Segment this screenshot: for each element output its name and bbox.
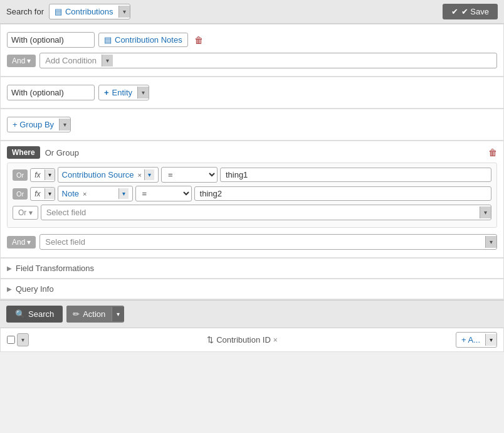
or-group-label: Or Group xyxy=(45,148,79,158)
search-icon: 🔍 xyxy=(15,309,25,319)
and-arrow-1: ▾ xyxy=(27,56,31,65)
select-all-checkbox[interactable] xyxy=(7,336,15,344)
fx-label-2: fx xyxy=(31,188,44,200)
action-dropdown-arrow[interactable]: ▾ xyxy=(112,307,124,321)
delete-contribution-notes-button[interactable]: 🗑 xyxy=(192,34,206,46)
query-info-label: Query Info xyxy=(16,284,54,294)
with-optional-select-1[interactable]: With (optional) xyxy=(7,32,95,48)
or-group-box: Or fx ▾ Contribution Source × ▾ =!=>< Or… xyxy=(7,163,497,228)
search-for-label: Search for xyxy=(6,7,44,16)
delete-or-group-button[interactable]: 🗑 xyxy=(488,147,497,158)
checkbox-dropdown-btn[interactable]: ▾ xyxy=(17,333,29,346)
select-field-arrow[interactable]: ▾ xyxy=(485,236,496,248)
contributions-select-wrapper[interactable]: ▤ Contributions ▾ xyxy=(49,4,130,19)
operator-select-1[interactable]: =!=>< xyxy=(161,167,218,183)
fx-wrapper-2[interactable]: fx ▾ xyxy=(30,187,55,201)
contributions-dropdown-btn[interactable]: ▾ xyxy=(118,6,130,18)
field-chip-1[interactable]: Contribution Source × ▾ xyxy=(58,167,159,183)
condition-row-2: Or fx ▾ Note × ▾ =!=>< xyxy=(13,186,491,201)
close-contribution-id-button[interactable]: × xyxy=(273,336,278,345)
action-icon: ✏ xyxy=(73,309,80,319)
entity-row: With (optional) + Entity ▾ xyxy=(7,82,497,103)
group-by-arrow[interactable]: ▾ xyxy=(59,119,70,131)
entity-select-main: + Entity xyxy=(99,85,137,100)
action-label: Action xyxy=(83,309,105,319)
close-field-1[interactable]: × xyxy=(137,171,141,179)
add-column-label[interactable]: + A... xyxy=(456,333,485,347)
contribution-notes-row: With (optional) ▤ Contribution Notes 🗑 xyxy=(7,29,497,50)
select-field-label-inner: Select field xyxy=(41,205,480,220)
save-button[interactable]: ✔ ✔ Save xyxy=(443,4,498,19)
select-field-label: Select field xyxy=(40,235,485,249)
contribution-notes-label: Contribution Notes xyxy=(115,35,182,45)
section-contribution-notes: With (optional) ▤ Contribution Notes 🗑 A… xyxy=(0,24,504,77)
checkbox-wrapper: ▾ xyxy=(7,333,29,346)
query-info-section: ▶ Query Info xyxy=(0,279,504,299)
results-bar: ▾ ⇅ Contribution ID × + A... ▾ xyxy=(0,328,504,352)
and-select-row: And ▾ Select field ▾ xyxy=(7,232,497,252)
entity-label: Entity xyxy=(112,88,133,97)
field-label-2: Note xyxy=(62,189,79,198)
fx-label-1: fx xyxy=(31,169,44,181)
with-optional-select-2[interactable]: With (optional) xyxy=(7,85,95,100)
and-button-1[interactable]: And ▾ xyxy=(7,55,36,67)
contribution-notes-chip: ▤ Contribution Notes xyxy=(98,33,188,47)
fx-arrow-2[interactable]: ▾ xyxy=(45,188,55,199)
close-field-2[interactable]: × xyxy=(83,190,87,198)
new-condition-row: Or ▾ Select field ▾ xyxy=(13,205,491,220)
select-field-arrow-inner[interactable]: ▾ xyxy=(480,206,491,218)
entity-plus-icon: + xyxy=(104,88,109,97)
search-button[interactable]: 🔍 Search xyxy=(6,306,63,323)
sort-arrows[interactable]: ⇅ xyxy=(207,335,214,345)
contributions-select-main: ▤ Contributions xyxy=(50,4,118,19)
entity-select-wrapper[interactable]: + Entity ▾ xyxy=(98,85,149,100)
save-checkmark: ✔ xyxy=(451,7,458,16)
where-header: Where Or Group 🗑 xyxy=(7,146,497,159)
add-column-arrow[interactable]: ▾ xyxy=(485,334,496,346)
entity-dropdown-btn[interactable]: ▾ xyxy=(137,87,149,99)
add-column-wrapper: + A... ▾ xyxy=(456,332,497,348)
or-badge-2[interactable]: Or xyxy=(13,188,28,200)
contribution-id-col: ⇅ Contribution ID × xyxy=(33,335,452,345)
contribution-notes-icon: ▤ xyxy=(104,35,112,45)
field-transformations-triangle: ▶ xyxy=(7,265,12,272)
fx-wrapper-1[interactable]: fx ▾ xyxy=(30,168,55,182)
condition-row-1: Or fx ▾ Contribution Source × ▾ =!=>< xyxy=(13,167,491,183)
expand-field-2[interactable]: ▾ xyxy=(118,188,129,199)
and-add-condition-row: And ▾ Add Condition ▾ xyxy=(7,50,497,71)
section-entity: With (optional) + Entity ▾ xyxy=(0,77,504,109)
and-label-1: And xyxy=(12,56,25,65)
group-by-label: + Group By xyxy=(8,117,59,132)
group-by-wrapper[interactable]: + Group By ▾ xyxy=(7,117,71,132)
field-transformations-label: Field Transformations xyxy=(16,264,94,273)
where-badge: Where xyxy=(7,146,40,159)
select-field-wrapper-inner[interactable]: Select field ▾ xyxy=(41,205,491,220)
select-field-wrapper[interactable]: Select field ▾ xyxy=(39,234,497,250)
group-by-section: + Group By ▾ xyxy=(0,109,504,141)
or-btn-wrapper[interactable]: Or ▾ xyxy=(13,206,38,220)
fx-arrow-1[interactable]: ▾ xyxy=(45,169,55,180)
value-input-1[interactable] xyxy=(220,168,491,182)
top-bar: Search for ▤ Contributions ▾ ✔ ✔ Save xyxy=(0,0,504,24)
or-label-2: Or xyxy=(16,190,24,198)
field-chip-2[interactable]: Note × ▾ xyxy=(58,186,133,201)
action-button[interactable]: ✏ Action xyxy=(66,306,112,323)
query-info-triangle: ▶ xyxy=(7,286,12,292)
expand-field-1[interactable]: ▾ xyxy=(144,169,154,180)
search-label: Search xyxy=(28,309,54,319)
contributions-label: Contributions xyxy=(65,7,113,16)
operator-select-2[interactable]: =!=>< xyxy=(135,186,192,201)
or-btn-label: Or ▾ xyxy=(13,206,38,219)
field-transformations-header[interactable]: ▶ Field Transformations xyxy=(1,259,503,278)
or-label-1: Or xyxy=(16,171,24,179)
bottom-bar: 🔍 Search ✏ Action ▾ xyxy=(0,300,504,328)
add-condition-wrapper[interactable]: Add Condition ▾ xyxy=(39,53,497,68)
add-condition-arrow[interactable]: ▾ xyxy=(102,55,113,67)
and-button-2[interactable]: And ▾ xyxy=(7,236,36,249)
query-info-header[interactable]: ▶ Query Info xyxy=(1,279,503,299)
group-by-row: + Group By ▾ xyxy=(7,114,497,135)
field-label-1: Contribution Source xyxy=(62,170,134,179)
or-badge-1[interactable]: Or xyxy=(13,169,28,181)
value-input-2[interactable] xyxy=(194,186,491,201)
and-label-2: And xyxy=(12,238,25,247)
